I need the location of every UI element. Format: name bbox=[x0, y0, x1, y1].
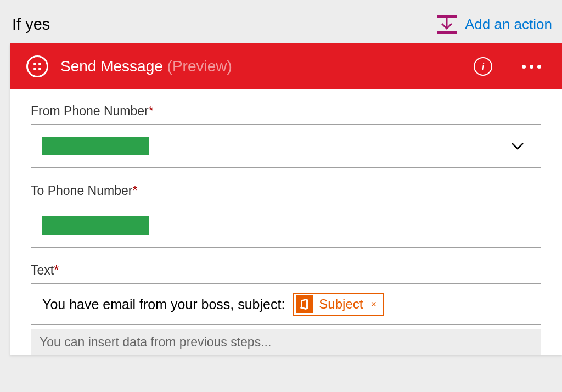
text-value: You have email from your boss, subject: bbox=[42, 296, 285, 312]
to-phone-label: To Phone Number* bbox=[31, 183, 541, 198]
card-title: Send Message (Preview) bbox=[60, 58, 462, 75]
svg-rect-0 bbox=[437, 15, 457, 18]
dynamic-content-hint[interactable]: You can insert data from previous steps.… bbox=[31, 329, 541, 355]
branch-title: If yes bbox=[12, 15, 50, 33]
required-marker: * bbox=[132, 183, 137, 198]
redacted-value bbox=[42, 216, 149, 235]
to-phone-field: To Phone Number* bbox=[31, 183, 541, 248]
from-phone-field: From Phone Number* bbox=[31, 104, 541, 168]
dynamic-token-subject[interactable]: Subject × bbox=[293, 293, 384, 316]
to-phone-input[interactable] bbox=[31, 204, 541, 248]
card-header[interactable]: Send Message (Preview) i bbox=[10, 43, 562, 89]
text-input[interactable]: You have email from your boss, subject: … bbox=[31, 283, 541, 325]
required-marker: * bbox=[54, 263, 59, 277]
more-menu-icon[interactable] bbox=[518, 65, 546, 69]
required-marker: * bbox=[149, 104, 154, 118]
card-title-main: Send Message bbox=[60, 58, 163, 75]
text-field: Text* You have email from your boss, sub… bbox=[31, 263, 541, 355]
condition-branch-header: If yes Add an action bbox=[10, 10, 562, 39]
add-action-button[interactable]: Add an action bbox=[435, 16, 552, 33]
card-body: From Phone Number* To Phone Number* bbox=[10, 89, 562, 355]
from-phone-label: From Phone Number* bbox=[31, 104, 541, 119]
chevron-down-icon bbox=[511, 140, 524, 153]
twilio-icon bbox=[26, 55, 48, 77]
office-icon bbox=[296, 295, 313, 313]
add-action-icon bbox=[435, 16, 458, 33]
token-remove-icon[interactable]: × bbox=[370, 299, 376, 310]
action-card: Send Message (Preview) i From Phone Numb… bbox=[10, 43, 562, 355]
card-title-suffix: (Preview) bbox=[167, 58, 232, 75]
token-label: Subject bbox=[319, 296, 363, 312]
redacted-value bbox=[42, 137, 149, 155]
text-label: Text* bbox=[31, 263, 541, 278]
info-icon[interactable]: i bbox=[474, 57, 492, 76]
add-action-label: Add an action bbox=[465, 16, 552, 33]
from-phone-select[interactable] bbox=[31, 124, 541, 168]
svg-rect-2 bbox=[437, 31, 457, 34]
